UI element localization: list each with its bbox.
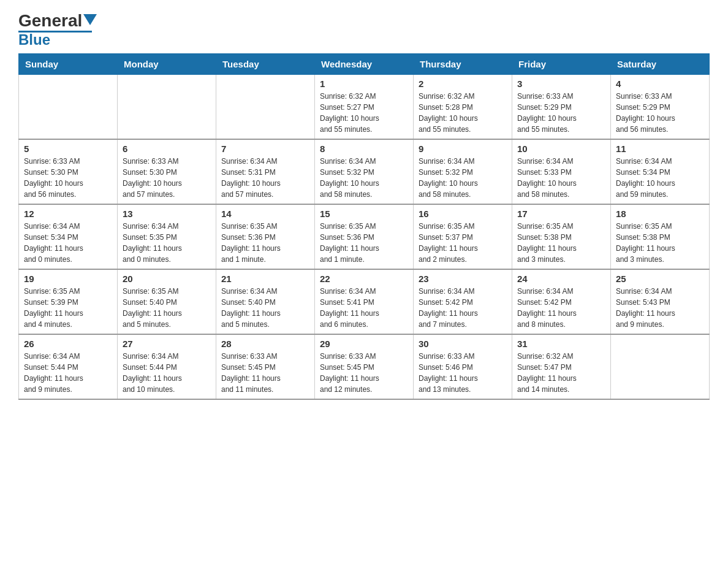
page-header: General Blue <box>18 12 710 47</box>
day-info: Sunrise: 6:33 AM Sunset: 5:45 PM Dayligh… <box>221 351 309 395</box>
day-number: 17 <box>517 209 605 219</box>
header-cell-friday: Friday <box>512 54 611 75</box>
day-cell: 15Sunrise: 6:35 AM Sunset: 5:36 PM Dayli… <box>315 204 414 269</box>
day-number: 11 <box>616 144 704 154</box>
day-info: Sunrise: 6:33 AM Sunset: 5:30 PM Dayligh… <box>123 156 211 200</box>
day-cell: 7Sunrise: 6:34 AM Sunset: 5:31 PM Daylig… <box>216 139 315 204</box>
day-info: Sunrise: 6:34 AM Sunset: 5:33 PM Dayligh… <box>517 156 605 200</box>
day-cell: 24Sunrise: 6:34 AM Sunset: 5:42 PM Dayli… <box>512 269 611 334</box>
week-row-2: 5Sunrise: 6:33 AM Sunset: 5:30 PM Daylig… <box>19 139 710 204</box>
day-info: Sunrise: 6:34 AM Sunset: 5:32 PM Dayligh… <box>320 156 408 200</box>
day-info: Sunrise: 6:33 AM Sunset: 5:45 PM Dayligh… <box>320 351 408 395</box>
day-info: Sunrise: 6:35 AM Sunset: 5:36 PM Dayligh… <box>320 221 408 265</box>
day-cell <box>611 334 710 399</box>
week-row-1: 1Sunrise: 6:32 AM Sunset: 5:27 PM Daylig… <box>19 75 710 140</box>
day-cell: 1Sunrise: 6:32 AM Sunset: 5:27 PM Daylig… <box>315 75 414 140</box>
header-cell-saturday: Saturday <box>611 54 710 75</box>
week-row-3: 12Sunrise: 6:34 AM Sunset: 5:34 PM Dayli… <box>19 204 710 269</box>
day-number: 13 <box>123 209 211 219</box>
day-info: Sunrise: 6:34 AM Sunset: 5:35 PM Dayligh… <box>123 221 211 265</box>
day-cell: 6Sunrise: 6:33 AM Sunset: 5:30 PM Daylig… <box>118 139 216 204</box>
day-info: Sunrise: 6:34 AM Sunset: 5:42 PM Dayligh… <box>517 286 605 330</box>
day-number: 7 <box>221 144 309 154</box>
day-cell: 31Sunrise: 6:32 AM Sunset: 5:47 PM Dayli… <box>512 334 611 399</box>
header-cell-monday: Monday <box>118 54 216 75</box>
header-row: SundayMondayTuesdayWednesdayThursdayFrid… <box>19 54 710 75</box>
calendar-header: SundayMondayTuesdayWednesdayThursdayFrid… <box>19 54 710 75</box>
day-cell: 11Sunrise: 6:34 AM Sunset: 5:34 PM Dayli… <box>611 139 710 204</box>
day-info: Sunrise: 6:35 AM Sunset: 5:40 PM Dayligh… <box>123 286 211 330</box>
day-info: Sunrise: 6:34 AM Sunset: 5:40 PM Dayligh… <box>221 286 309 330</box>
day-number: 2 <box>419 79 507 89</box>
week-row-4: 19Sunrise: 6:35 AM Sunset: 5:39 PM Dayli… <box>19 269 710 334</box>
day-info: Sunrise: 6:32 AM Sunset: 5:27 PM Dayligh… <box>320 91 408 135</box>
day-cell: 14Sunrise: 6:35 AM Sunset: 5:36 PM Dayli… <box>216 204 315 269</box>
day-cell: 22Sunrise: 6:34 AM Sunset: 5:41 PM Dayli… <box>315 269 414 334</box>
day-number: 29 <box>320 339 408 349</box>
day-number: 1 <box>320 79 408 89</box>
day-number: 25 <box>616 274 704 284</box>
day-info: Sunrise: 6:33 AM Sunset: 5:29 PM Dayligh… <box>517 91 605 135</box>
day-number: 26 <box>24 339 112 349</box>
day-number: 24 <box>517 274 605 284</box>
calendar-table: SundayMondayTuesdayWednesdayThursdayFrid… <box>18 53 710 400</box>
day-cell: 29Sunrise: 6:33 AM Sunset: 5:45 PM Dayli… <box>315 334 414 399</box>
day-cell <box>118 75 216 140</box>
day-info: Sunrise: 6:33 AM Sunset: 5:46 PM Dayligh… <box>419 351 507 395</box>
logo: General Blue <box>18 12 97 47</box>
day-cell: 12Sunrise: 6:34 AM Sunset: 5:34 PM Dayli… <box>19 204 118 269</box>
day-cell: 18Sunrise: 6:35 AM Sunset: 5:38 PM Dayli… <box>611 204 710 269</box>
day-number: 27 <box>123 339 211 349</box>
day-cell: 10Sunrise: 6:34 AM Sunset: 5:33 PM Dayli… <box>512 139 611 204</box>
day-info: Sunrise: 6:33 AM Sunset: 5:30 PM Dayligh… <box>24 156 112 200</box>
day-info: Sunrise: 6:32 AM Sunset: 5:47 PM Dayligh… <box>517 351 605 395</box>
day-number: 21 <box>221 274 309 284</box>
day-number: 12 <box>24 209 112 219</box>
svg-marker-0 <box>83 14 97 25</box>
day-info: Sunrise: 6:35 AM Sunset: 5:38 PM Dayligh… <box>517 221 605 265</box>
day-cell: 17Sunrise: 6:35 AM Sunset: 5:38 PM Dayli… <box>512 204 611 269</box>
day-number: 20 <box>123 274 211 284</box>
day-number: 5 <box>24 144 112 154</box>
day-cell: 3Sunrise: 6:33 AM Sunset: 5:29 PM Daylig… <box>512 75 611 140</box>
day-info: Sunrise: 6:33 AM Sunset: 5:29 PM Dayligh… <box>616 91 704 135</box>
logo-general-text: General <box>18 12 82 29</box>
day-info: Sunrise: 6:35 AM Sunset: 5:39 PM Dayligh… <box>24 286 112 330</box>
day-cell: 28Sunrise: 6:33 AM Sunset: 5:45 PM Dayli… <box>216 334 315 399</box>
day-cell <box>216 75 315 140</box>
day-number: 18 <box>616 209 704 219</box>
header-cell-wednesday: Wednesday <box>315 54 414 75</box>
day-number: 4 <box>616 79 704 89</box>
day-number: 10 <box>517 144 605 154</box>
day-cell: 9Sunrise: 6:34 AM Sunset: 5:32 PM Daylig… <box>414 139 512 204</box>
day-number: 3 <box>517 79 605 89</box>
day-info: Sunrise: 6:34 AM Sunset: 5:44 PM Dayligh… <box>123 351 211 395</box>
day-number: 23 <box>419 274 507 284</box>
day-info: Sunrise: 6:34 AM Sunset: 5:31 PM Dayligh… <box>221 156 309 200</box>
day-info: Sunrise: 6:34 AM Sunset: 5:34 PM Dayligh… <box>616 156 704 200</box>
day-cell: 26Sunrise: 6:34 AM Sunset: 5:44 PM Dayli… <box>19 334 118 399</box>
day-info: Sunrise: 6:34 AM Sunset: 5:34 PM Dayligh… <box>24 221 112 265</box>
day-cell: 13Sunrise: 6:34 AM Sunset: 5:35 PM Dayli… <box>118 204 216 269</box>
day-cell: 16Sunrise: 6:35 AM Sunset: 5:37 PM Dayli… <box>414 204 512 269</box>
day-info: Sunrise: 6:34 AM Sunset: 5:41 PM Dayligh… <box>320 286 408 330</box>
day-cell: 5Sunrise: 6:33 AM Sunset: 5:30 PM Daylig… <box>19 139 118 204</box>
day-number: 28 <box>221 339 309 349</box>
day-number: 15 <box>320 209 408 219</box>
day-number: 9 <box>419 144 507 154</box>
week-row-5: 26Sunrise: 6:34 AM Sunset: 5:44 PM Dayli… <box>19 334 710 399</box>
header-cell-sunday: Sunday <box>19 54 118 75</box>
day-cell: 20Sunrise: 6:35 AM Sunset: 5:40 PM Dayli… <box>118 269 216 334</box>
day-cell: 19Sunrise: 6:35 AM Sunset: 5:39 PM Dayli… <box>19 269 118 334</box>
day-number: 19 <box>24 274 112 284</box>
day-info: Sunrise: 6:34 AM Sunset: 5:44 PM Dayligh… <box>24 351 112 395</box>
day-cell: 2Sunrise: 6:32 AM Sunset: 5:28 PM Daylig… <box>414 75 512 140</box>
day-cell: 27Sunrise: 6:34 AM Sunset: 5:44 PM Dayli… <box>118 334 216 399</box>
day-number: 31 <box>517 339 605 349</box>
logo-triangle-icon <box>83 14 97 25</box>
header-cell-thursday: Thursday <box>414 54 512 75</box>
day-info: Sunrise: 6:32 AM Sunset: 5:28 PM Dayligh… <box>419 91 507 135</box>
day-info: Sunrise: 6:35 AM Sunset: 5:36 PM Dayligh… <box>221 221 309 265</box>
day-info: Sunrise: 6:35 AM Sunset: 5:37 PM Dayligh… <box>419 221 507 265</box>
day-number: 6 <box>123 144 211 154</box>
